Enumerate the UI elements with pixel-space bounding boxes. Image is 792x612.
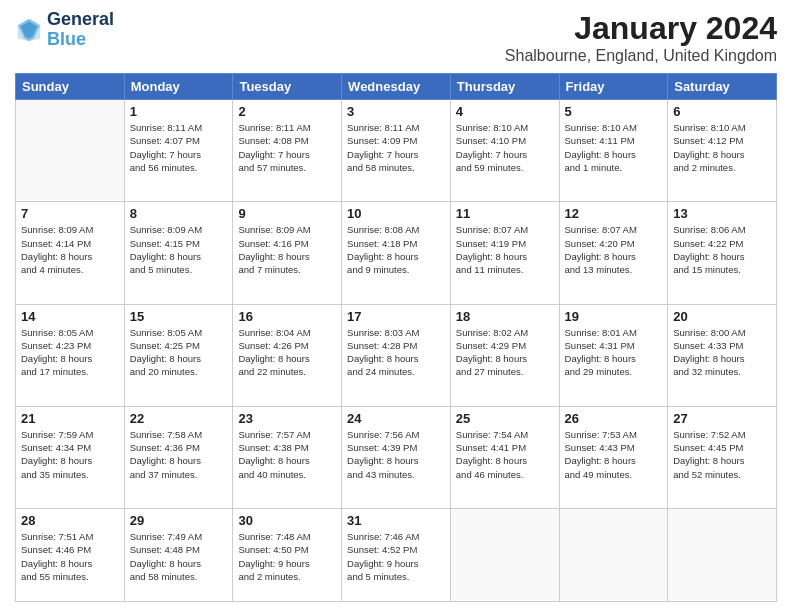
- calendar-cell: [450, 509, 559, 602]
- logo-text: General Blue: [47, 10, 114, 50]
- calendar-cell: 2Sunrise: 8:11 AM Sunset: 4:08 PM Daylig…: [233, 100, 342, 202]
- day-number: 16: [238, 309, 336, 324]
- day-number: 15: [130, 309, 228, 324]
- calendar-cell: 10Sunrise: 8:08 AM Sunset: 4:18 PM Dayli…: [342, 202, 451, 304]
- calendar-cell: 4Sunrise: 8:10 AM Sunset: 4:10 PM Daylig…: [450, 100, 559, 202]
- calendar-cell: 24Sunrise: 7:56 AM Sunset: 4:39 PM Dayli…: [342, 406, 451, 508]
- day-info: Sunrise: 8:07 AM Sunset: 4:19 PM Dayligh…: [456, 223, 554, 276]
- day-number: 13: [673, 206, 771, 221]
- day-info: Sunrise: 8:06 AM Sunset: 4:22 PM Dayligh…: [673, 223, 771, 276]
- month-title: January 2024: [505, 10, 777, 47]
- weekday-header-monday: Monday: [124, 74, 233, 100]
- calendar-header-row: SundayMondayTuesdayWednesdayThursdayFrid…: [16, 74, 777, 100]
- calendar-cell: 6Sunrise: 8:10 AM Sunset: 4:12 PM Daylig…: [668, 100, 777, 202]
- calendar-cell: 3Sunrise: 8:11 AM Sunset: 4:09 PM Daylig…: [342, 100, 451, 202]
- day-info: Sunrise: 7:56 AM Sunset: 4:39 PM Dayligh…: [347, 428, 445, 481]
- calendar-cell: 22Sunrise: 7:58 AM Sunset: 4:36 PM Dayli…: [124, 406, 233, 508]
- calendar-cell: 29Sunrise: 7:49 AM Sunset: 4:48 PM Dayli…: [124, 509, 233, 602]
- calendar-cell: 12Sunrise: 8:07 AM Sunset: 4:20 PM Dayli…: [559, 202, 668, 304]
- day-info: Sunrise: 7:59 AM Sunset: 4:34 PM Dayligh…: [21, 428, 119, 481]
- day-number: 10: [347, 206, 445, 221]
- day-number: 8: [130, 206, 228, 221]
- calendar-cell: 18Sunrise: 8:02 AM Sunset: 4:29 PM Dayli…: [450, 304, 559, 406]
- weekday-header-sunday: Sunday: [16, 74, 125, 100]
- calendar-week-row: 7Sunrise: 8:09 AM Sunset: 4:14 PM Daylig…: [16, 202, 777, 304]
- calendar-cell: 13Sunrise: 8:06 AM Sunset: 4:22 PM Dayli…: [668, 202, 777, 304]
- day-number: 30: [238, 513, 336, 528]
- day-info: Sunrise: 8:01 AM Sunset: 4:31 PM Dayligh…: [565, 326, 663, 379]
- calendar-cell: 25Sunrise: 7:54 AM Sunset: 4:41 PM Dayli…: [450, 406, 559, 508]
- day-number: 5: [565, 104, 663, 119]
- day-number: 28: [21, 513, 119, 528]
- calendar-cell: [16, 100, 125, 202]
- weekday-header-saturday: Saturday: [668, 74, 777, 100]
- day-number: 12: [565, 206, 663, 221]
- day-number: 29: [130, 513, 228, 528]
- day-info: Sunrise: 7:46 AM Sunset: 4:52 PM Dayligh…: [347, 530, 445, 583]
- day-info: Sunrise: 8:03 AM Sunset: 4:28 PM Dayligh…: [347, 326, 445, 379]
- day-number: 25: [456, 411, 554, 426]
- day-number: 24: [347, 411, 445, 426]
- calendar-cell: [668, 509, 777, 602]
- day-info: Sunrise: 8:05 AM Sunset: 4:23 PM Dayligh…: [21, 326, 119, 379]
- calendar-cell: 31Sunrise: 7:46 AM Sunset: 4:52 PM Dayli…: [342, 509, 451, 602]
- calendar-cell: [559, 509, 668, 602]
- day-info: Sunrise: 8:05 AM Sunset: 4:25 PM Dayligh…: [130, 326, 228, 379]
- day-number: 19: [565, 309, 663, 324]
- day-number: 31: [347, 513, 445, 528]
- day-info: Sunrise: 8:10 AM Sunset: 4:12 PM Dayligh…: [673, 121, 771, 174]
- calendar-cell: 16Sunrise: 8:04 AM Sunset: 4:26 PM Dayli…: [233, 304, 342, 406]
- calendar-cell: 8Sunrise: 8:09 AM Sunset: 4:15 PM Daylig…: [124, 202, 233, 304]
- calendar-week-row: 1Sunrise: 8:11 AM Sunset: 4:07 PM Daylig…: [16, 100, 777, 202]
- calendar-cell: 26Sunrise: 7:53 AM Sunset: 4:43 PM Dayli…: [559, 406, 668, 508]
- day-info: Sunrise: 8:08 AM Sunset: 4:18 PM Dayligh…: [347, 223, 445, 276]
- day-info: Sunrise: 8:00 AM Sunset: 4:33 PM Dayligh…: [673, 326, 771, 379]
- calendar-week-row: 28Sunrise: 7:51 AM Sunset: 4:46 PM Dayli…: [16, 509, 777, 602]
- calendar-cell: 5Sunrise: 8:10 AM Sunset: 4:11 PM Daylig…: [559, 100, 668, 202]
- calendar-cell: 14Sunrise: 8:05 AM Sunset: 4:23 PM Dayli…: [16, 304, 125, 406]
- calendar-cell: 17Sunrise: 8:03 AM Sunset: 4:28 PM Dayli…: [342, 304, 451, 406]
- calendar-cell: 21Sunrise: 7:59 AM Sunset: 4:34 PM Dayli…: [16, 406, 125, 508]
- day-info: Sunrise: 8:07 AM Sunset: 4:20 PM Dayligh…: [565, 223, 663, 276]
- day-number: 3: [347, 104, 445, 119]
- day-info: Sunrise: 7:54 AM Sunset: 4:41 PM Dayligh…: [456, 428, 554, 481]
- day-number: 4: [456, 104, 554, 119]
- day-number: 21: [21, 411, 119, 426]
- day-info: Sunrise: 8:09 AM Sunset: 4:16 PM Dayligh…: [238, 223, 336, 276]
- calendar-cell: 28Sunrise: 7:51 AM Sunset: 4:46 PM Dayli…: [16, 509, 125, 602]
- day-info: Sunrise: 7:57 AM Sunset: 4:38 PM Dayligh…: [238, 428, 336, 481]
- calendar-week-row: 21Sunrise: 7:59 AM Sunset: 4:34 PM Dayli…: [16, 406, 777, 508]
- day-info: Sunrise: 8:10 AM Sunset: 4:11 PM Dayligh…: [565, 121, 663, 174]
- calendar-week-row: 14Sunrise: 8:05 AM Sunset: 4:23 PM Dayli…: [16, 304, 777, 406]
- calendar-cell: 11Sunrise: 8:07 AM Sunset: 4:19 PM Dayli…: [450, 202, 559, 304]
- logo: General Blue: [15, 10, 114, 50]
- day-number: 26: [565, 411, 663, 426]
- day-info: Sunrise: 8:11 AM Sunset: 4:07 PM Dayligh…: [130, 121, 228, 174]
- page: General Blue January 2024 Shalbourne, En…: [0, 0, 792, 612]
- calendar-cell: 7Sunrise: 8:09 AM Sunset: 4:14 PM Daylig…: [16, 202, 125, 304]
- day-info: Sunrise: 7:58 AM Sunset: 4:36 PM Dayligh…: [130, 428, 228, 481]
- location: Shalbourne, England, United Kingdom: [505, 47, 777, 65]
- day-number: 9: [238, 206, 336, 221]
- day-number: 11: [456, 206, 554, 221]
- day-info: Sunrise: 7:51 AM Sunset: 4:46 PM Dayligh…: [21, 530, 119, 583]
- day-number: 2: [238, 104, 336, 119]
- day-number: 6: [673, 104, 771, 119]
- calendar-cell: 15Sunrise: 8:05 AM Sunset: 4:25 PM Dayli…: [124, 304, 233, 406]
- weekday-header-friday: Friday: [559, 74, 668, 100]
- day-info: Sunrise: 7:49 AM Sunset: 4:48 PM Dayligh…: [130, 530, 228, 583]
- calendar-cell: 19Sunrise: 8:01 AM Sunset: 4:31 PM Dayli…: [559, 304, 668, 406]
- day-info: Sunrise: 8:04 AM Sunset: 4:26 PM Dayligh…: [238, 326, 336, 379]
- logo-icon: [15, 16, 43, 44]
- calendar-cell: 20Sunrise: 8:00 AM Sunset: 4:33 PM Dayli…: [668, 304, 777, 406]
- weekday-header-thursday: Thursday: [450, 74, 559, 100]
- day-number: 18: [456, 309, 554, 324]
- day-info: Sunrise: 8:02 AM Sunset: 4:29 PM Dayligh…: [456, 326, 554, 379]
- calendar-cell: 1Sunrise: 8:11 AM Sunset: 4:07 PM Daylig…: [124, 100, 233, 202]
- day-number: 27: [673, 411, 771, 426]
- day-number: 20: [673, 309, 771, 324]
- day-info: Sunrise: 7:53 AM Sunset: 4:43 PM Dayligh…: [565, 428, 663, 481]
- day-info: Sunrise: 8:10 AM Sunset: 4:10 PM Dayligh…: [456, 121, 554, 174]
- header: General Blue January 2024 Shalbourne, En…: [15, 10, 777, 65]
- day-number: 14: [21, 309, 119, 324]
